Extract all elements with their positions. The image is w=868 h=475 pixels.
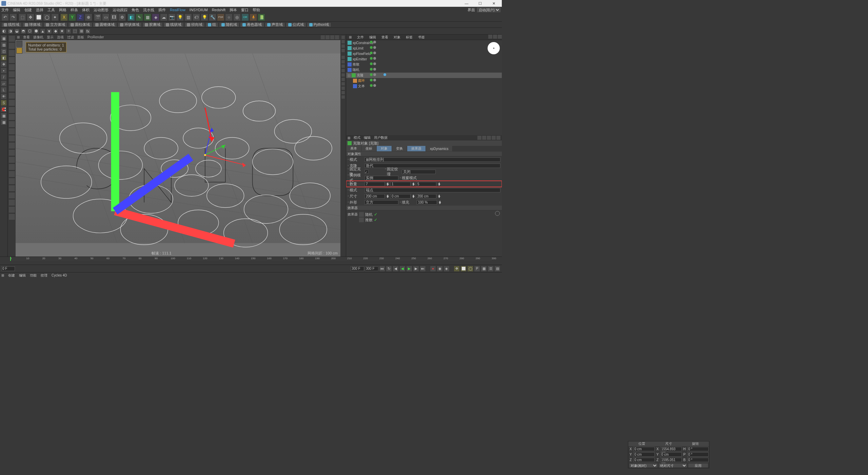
menu-edit[interactable]: 编辑 [13, 7, 20, 13]
sub-icon[interactable]: fx [85, 28, 91, 34]
vp-icon[interactable] [341, 69, 345, 73]
bm-cycles[interactable]: Cycles 4D [52, 273, 67, 277]
section-objprop[interactable]: 对象属性 [346, 152, 502, 156]
domain-radial[interactable]: 径向域 [184, 22, 205, 27]
attr-menu-icon[interactable]: ⊞ [348, 136, 350, 140]
tool-icon[interactable] [8, 42, 15, 49]
spinner[interactable]: ▴▾ [438, 194, 440, 198]
tool-icon[interactable] [8, 142, 15, 149]
vp-prorender[interactable]: ProRender [87, 35, 104, 39]
tool-icon[interactable] [8, 92, 15, 99]
recent-tool[interactable]: ✦ [51, 14, 59, 21]
vp-icon[interactable] [341, 86, 345, 90]
goto-end[interactable]: ⏭ [420, 266, 426, 272]
goto-start[interactable]: ⏮ [379, 266, 385, 272]
menu-window[interactable]: 窗口 [241, 7, 249, 13]
tool-icon[interactable] [8, 35, 15, 42]
menu-pipeline[interactable]: 流水线 [143, 7, 154, 13]
tool-icon[interactable] [8, 85, 15, 92]
attr-nav-icon[interactable] [496, 136, 500, 140]
environment[interactable]: ☁ [160, 14, 167, 21]
sub-icon[interactable]: ◓ [21, 28, 26, 34]
menu-tracker[interactable]: 运动跟踪 [113, 7, 127, 13]
tool-icon[interactable] [8, 213, 15, 220]
key-scale[interactable]: ⬜ [460, 266, 467, 272]
vp-icon[interactable] [341, 40, 345, 44]
vp-display[interactable]: 显示 [47, 35, 54, 40]
om-search-icon[interactable] [488, 35, 492, 39]
domain-sphere[interactable]: 球体域 [22, 22, 43, 27]
prev-frame[interactable]: ◀ [393, 266, 399, 272]
timeline-icon[interactable]: ☰ [488, 266, 494, 272]
cube-primitive[interactable]: ◧ [127, 14, 135, 21]
domain-torus[interactable]: 环状体域 [118, 22, 142, 27]
scale-tool[interactable]: ⬜ [35, 14, 42, 21]
attr-edit[interactable]: 编辑 [364, 135, 371, 140]
spinner[interactable]: ▴▾ [438, 200, 441, 205]
om-path-icon[interactable] [493, 35, 497, 39]
size-z[interactable]: 200 cm [416, 194, 436, 198]
domain-random[interactable]: 随机域 [219, 22, 239, 27]
mode2-select[interactable]: 端点 [364, 188, 500, 192]
sub-icon[interactable]: ◑ [8, 28, 13, 34]
play-back[interactable]: ◀ [399, 266, 406, 272]
viewport-solo[interactable]: 👁 [1, 93, 7, 99]
loop-icon[interactable]: ↻ [386, 266, 392, 272]
attr-userdata[interactable]: 用户数据 [374, 135, 388, 140]
null-icon[interactable]: ○ [225, 14, 233, 21]
tool-icon[interactable] [8, 107, 15, 113]
section-effector[interactable]: 效果器 [346, 206, 502, 210]
om-menu-icon[interactable]: ⊞ [346, 35, 354, 40]
key-pla[interactable]: ▦ [481, 266, 487, 272]
tool-icon[interactable] [8, 135, 15, 142]
render-pv[interactable]: 🎞 [110, 14, 118, 21]
vp-icon[interactable] [341, 82, 345, 86]
vp-icon[interactable] [341, 64, 345, 68]
menu-mesh[interactable]: 网格 [59, 7, 66, 13]
domain-cylinder[interactable]: 圆柱体域 [68, 22, 92, 27]
texture-mode[interactable]: ▨ [1, 42, 7, 48]
vp-nav-icon[interactable] [330, 35, 334, 39]
lock-y[interactable]: Y [68, 14, 76, 21]
object-mode[interactable]: ◧ [1, 55, 7, 61]
object-tree[interactable]: xpConstraints xpLimit xpFlowField xpEmit… [346, 40, 502, 135]
tool-icon[interactable] [8, 185, 15, 192]
rotate-tool[interactable]: ◯ [43, 14, 51, 21]
domain-capsule[interactable]: 胶囊域 [142, 22, 163, 27]
render-view[interactable]: 🎬 [94, 14, 101, 21]
menu-insydium[interactable]: INSYDIUM [190, 8, 208, 12]
spinner[interactable]: ▴▾ [412, 182, 415, 186]
fixclone-checkbox[interactable] [364, 170, 369, 174]
or-icon[interactable]: OR [241, 14, 249, 21]
tab-object[interactable]: 对象 [377, 146, 392, 151]
field-icon[interactable]: ▥ [184, 14, 192, 21]
menu-volume[interactable]: 体积 [82, 7, 90, 13]
spline-primitive[interactable]: ✎ [136, 14, 143, 21]
range-end[interactable]: 300 F [365, 266, 378, 271]
tool-icon[interactable] [8, 156, 15, 163]
bm-create[interactable]: 创建 [8, 273, 15, 278]
lock-z[interactable]: Z [77, 14, 84, 21]
playhead[interactable] [10, 257, 11, 261]
instmode-select[interactable]: 实例 [364, 176, 398, 180]
poly-mode[interactable]: ▱ [1, 80, 7, 87]
tool-icon[interactable] [8, 178, 15, 185]
om-file[interactable]: 文件 [354, 35, 367, 40]
end-frame[interactable]: 300 F [351, 266, 364, 271]
tool-icon[interactable] [8, 99, 15, 106]
vp-icon[interactable] [341, 91, 345, 95]
key-param[interactable]: P [474, 266, 480, 272]
vp-icon[interactable] [341, 49, 345, 53]
attr-nav-icon[interactable] [487, 136, 491, 140]
menu-tools[interactable]: 工具 [47, 7, 55, 13]
vp-options[interactable]: 选项 [57, 35, 64, 40]
tool-icon[interactable] [8, 199, 15, 206]
tag-icon[interactable]: 🏷 [193, 14, 200, 21]
model-mode[interactable]: ▦ [1, 35, 7, 41]
character-icon[interactable]: 🧍 [250, 14, 257, 21]
bm-tex[interactable]: 纹理 [41, 273, 47, 278]
vp-panel[interactable]: 面板 [77, 35, 84, 40]
vp-camera[interactable]: 摄像机 [33, 35, 43, 40]
maximize-button[interactable]: ☐ [473, 1, 487, 6]
vp-filter[interactable]: 过滤 [67, 35, 74, 40]
